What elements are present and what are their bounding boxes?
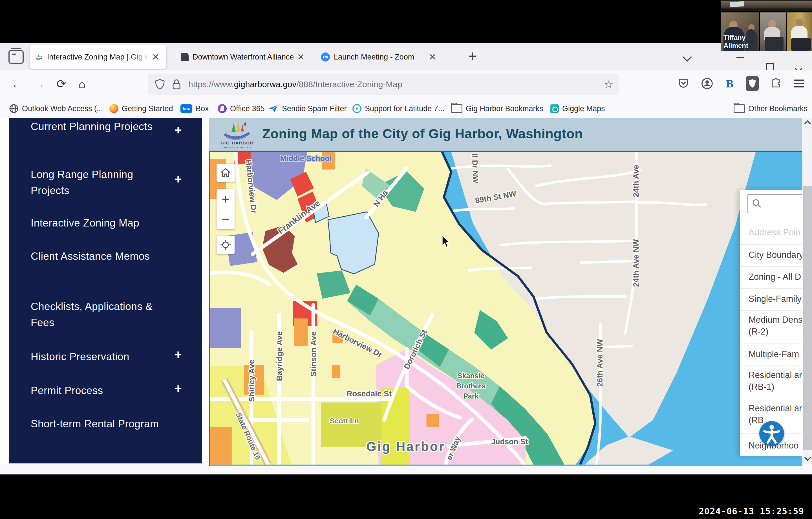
layer-row-city-boundary[interactable]: City Boundary: [740, 244, 803, 267]
lock-icon[interactable]: [172, 79, 181, 90]
participant-name-label: Tiffany Aliment: [723, 34, 759, 50]
bookmark-outlook[interactable]: Outlook Web Access (...: [9, 102, 103, 115]
site-favicon: [181, 53, 188, 61]
tab-list-chevron-icon[interactable]: [682, 52, 692, 62]
poi-label-skansie-2: Brothers: [456, 382, 486, 390]
bookmarks-bar: Outlook Web Access (... Getting Started …: [0, 99, 812, 118]
locate-icon: [220, 240, 231, 250]
street-label-dr-nw: ll Dr NW: [470, 154, 480, 184]
accessibility-icon: [759, 421, 784, 446]
extensions-puzzle-icon[interactable]: [768, 76, 783, 91]
tab-strip: Interactive Zoning Map | Gig Ha Downtown…: [0, 43, 812, 70]
bookmark-office365[interactable]: Office 365: [218, 102, 265, 115]
street-label-rosedale-st: Rosedale St: [347, 389, 392, 398]
bookmark-folder-gig-harbor[interactable]: Gig Harbor Bookmarks: [451, 102, 543, 115]
zoom-video-overlay[interactable]: Tiffany Aliment: [721, 1, 812, 51]
restore-button[interactable]: [766, 63, 774, 71]
tab-close-icon[interactable]: [298, 54, 304, 60]
street-label-stinson-ave: Stinson Ave: [309, 331, 318, 377]
city-label-gig-harbor: Gig Harbor: [366, 439, 445, 454]
url-bar[interactable]: https://www.gigharborwa.gov/888/Interact…: [148, 74, 619, 95]
forward-button[interactable]: →: [33, 77, 45, 91]
zoom-in-button[interactable]: +: [216, 189, 235, 209]
shield-icon[interactable]: [155, 79, 165, 90]
vertical-scrollbar-thumb[interactable]: [803, 186, 812, 450]
gigharbor-favicon: [35, 53, 43, 61]
tab-close-icon[interactable]: [429, 54, 436, 60]
layer-row-zoning-all[interactable]: Zoning - All D: [740, 266, 803, 289]
scroll-down-icon[interactable]: [804, 454, 811, 461]
vertical-scrollbar[interactable]: [803, 118, 812, 464]
tab-title: Interactive Zoning Map | Gig Ha: [47, 53, 149, 61]
layer-row-single-family[interactable]: Single-Family: [740, 288, 803, 310]
zoom-out-button[interactable]: −: [216, 209, 235, 229]
scroll-up-icon[interactable]: [804, 120, 811, 127]
minimize-button[interactable]: [736, 57, 744, 58]
map-home-button[interactable]: [216, 164, 235, 182]
layer-row-address-points[interactable]: Address Poin: [740, 222, 803, 245]
street-label-bayridge-ave: Bayridge Ave: [275, 331, 284, 381]
bookmark-other-bookmarks[interactable]: Other Bookmarks: [734, 102, 808, 115]
layer-row-multiple-family[interactable]: Multiple-Fam: [740, 344, 803, 366]
expand-plus-icon[interactable]: +: [175, 124, 182, 137]
layer-row-medium-density[interactable]: Medium Dens (R-2): [740, 310, 803, 344]
video-tile-tiffany[interactable]: Tiffany Aliment: [721, 12, 759, 51]
bookmark-box[interactable]: box Box: [180, 102, 209, 115]
layer-row-residential-rb1[interactable]: Residential ar (RB-1): [740, 365, 803, 399]
letterbox-top: [0, 0, 812, 43]
site-sidebar: Current Planning Projects + Long Range P…: [9, 118, 202, 463]
map-locate-button[interactable]: [216, 236, 235, 254]
map-title: Zoning Map of the City of Gig Harbor, Wa…: [262, 126, 583, 141]
tab-interactive-zoning-map[interactable]: Interactive Zoning Map | Gig Ha: [30, 45, 166, 69]
reload-button[interactable]: ⟳: [56, 77, 66, 91]
page-content: Current Planning Projects + Long Range P…: [0, 118, 812, 464]
street-label-scott-ln: Scott Ln: [329, 417, 359, 425]
pocket-icon[interactable]: [676, 76, 691, 91]
map-header: GIG HARBOR THE MARITIME CITY Zoning Map …: [209, 118, 803, 151]
gallery-room-strip: [721, 1, 812, 11]
extension-b-icon[interactable]: B: [722, 76, 737, 91]
bookmark-getting-started[interactable]: Getting Started: [109, 102, 173, 115]
bitwarden-shield-icon[interactable]: [745, 76, 759, 91]
folder-icon: [451, 104, 462, 113]
menu-hamburger-icon[interactable]: [792, 76, 806, 91]
home-button[interactable]: ⌂: [78, 77, 85, 91]
layers-panel: Address Poin City Boundary Zoning - All …: [740, 190, 803, 456]
account-icon[interactable]: [700, 76, 715, 91]
tab-downtown-waterfront[interactable]: Downtown Waterfront Alliance: [176, 45, 311, 69]
street-label-24th-ave-nw: 24th Ave NW: [632, 239, 640, 287]
back-button[interactable]: ←: [11, 77, 23, 91]
tab-close-icon[interactable]: [152, 54, 159, 60]
svg-text:GIG HARBOR: GIG HARBOR: [221, 140, 254, 145]
zoning-map-widget: GIG HARBOR THE MARITIME CITY Zoning Map …: [209, 118, 803, 465]
tab-title: Launch Meeting - Zoom: [334, 53, 414, 61]
expand-plus-icon[interactable]: +: [175, 173, 182, 186]
bookmark-sendio[interactable]: Sendio Spam Filter: [268, 102, 347, 115]
street-label-middle-school: Middle School: [280, 154, 332, 163]
expand-plus-icon[interactable]: +: [175, 349, 182, 361]
home-icon: [221, 168, 231, 177]
bookmark-support-latitude[interactable]: P Support for Latitude 7...: [352, 102, 444, 115]
screen: Interactive Zoning Map | Gig Ha Downtown…: [0, 0, 812, 519]
folder-icon: [734, 104, 745, 113]
map-canvas[interactable]: Middle School Harborview Dr Creek Frankl…: [209, 151, 803, 466]
tab-title: Downtown Waterfront Alliance: [193, 53, 294, 61]
street-label-judson-st: Judson St: [491, 437, 528, 446]
video-tile-3[interactable]: [787, 12, 812, 51]
layer-search-input[interactable]: [748, 194, 803, 213]
tab-zoom-meeting[interactable]: zm Launch Meeting - Zoom: [316, 45, 457, 69]
expand-plus-icon[interactable]: +: [175, 382, 182, 395]
accessibility-button[interactable]: [759, 421, 784, 446]
pma-icon: P: [352, 104, 361, 113]
street-label-shirley-ave: Shirley Ave: [247, 360, 256, 402]
firefox-view-icon[interactable]: [8, 50, 24, 64]
street-label-26th-ave-nw: 26th Ave NW: [596, 339, 604, 387]
search-icon: [752, 198, 761, 208]
bookmark-giggle-maps[interactable]: Giggle Maps: [550, 102, 605, 115]
new-tab-button[interactable]: [469, 52, 476, 60]
paper-plane-icon: [268, 104, 279, 113]
bookmark-star-icon[interactable]: ☆: [604, 78, 613, 90]
svg-text:THE MARITIME CITY: THE MARITIME CITY: [223, 146, 252, 149]
video-tile-2[interactable]: [760, 12, 786, 51]
globe-icon: [9, 104, 19, 113]
